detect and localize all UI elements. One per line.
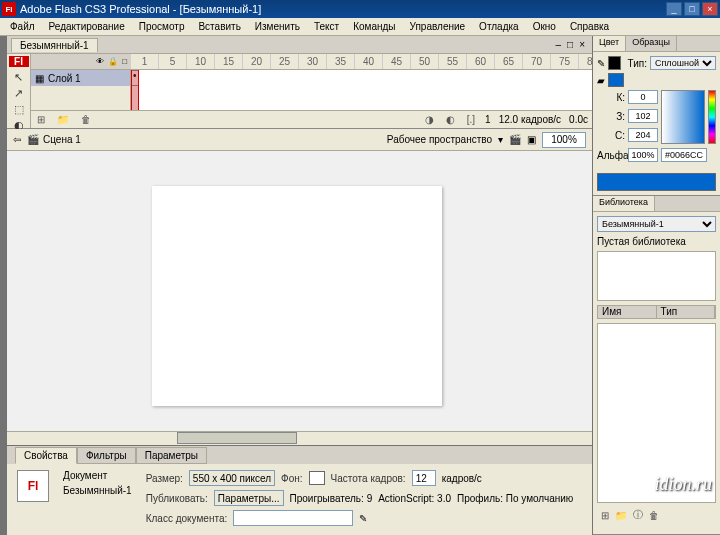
visibility-icon[interactable]: 👁	[96, 57, 104, 66]
maximize-button[interactable]: □	[684, 2, 700, 16]
stage-canvas[interactable]	[152, 186, 442, 406]
delete-layer-icon[interactable]: 🗑	[79, 114, 93, 125]
subselection-tool[interactable]: ↗	[9, 86, 29, 101]
tab-library[interactable]: Библиотека	[593, 196, 655, 211]
menu-text[interactable]: Текст	[308, 19, 345, 34]
frames-area[interactable]	[131, 70, 592, 110]
doc-close-icon[interactable]: ×	[576, 39, 588, 50]
app-icon: Fl	[2, 2, 16, 16]
fill-type-select[interactable]: Сплошной	[650, 56, 716, 70]
scene-name[interactable]: Сцена 1	[43, 134, 81, 145]
document-tab[interactable]: Безымянный-1	[11, 38, 98, 52]
document-tab-bar: Безымянный-1 – □ ×	[7, 36, 592, 54]
window-title: Adobe Flash CS3 Professional - [Безымянн…	[20, 3, 666, 15]
bucket-fill-icon[interactable]: ▰	[597, 75, 605, 86]
new-folder-icon[interactable]: 📁	[55, 114, 71, 125]
zoom-input[interactable]	[542, 132, 586, 148]
alpha-label: Альфа:	[597, 150, 625, 161]
frame-ruler[interactable]: 1 5 10 15 20 25 30 35 40 45 50 55	[131, 54, 592, 69]
size-button[interactable]: 550 x 400 пиксел	[189, 470, 275, 486]
fps-display: 12.0 кадров/с	[499, 114, 561, 125]
green-input[interactable]	[628, 109, 658, 123]
color-preview	[597, 173, 716, 191]
tab-parameters[interactable]: Параметры	[136, 447, 207, 464]
layer-icon: ▦	[35, 73, 44, 84]
bg-color-swatch[interactable]	[309, 471, 325, 485]
fill-type-label: Тип:	[624, 58, 647, 69]
tab-properties[interactable]: Свойства	[15, 447, 77, 464]
edit-frames-icon[interactable]: [.]	[465, 114, 477, 125]
pencil-stroke-icon[interactable]: ✎	[597, 58, 605, 69]
timeline-panel: Fl ↖ ↗ ⬚ ◐ ✒ T ╲ ▭ ✎ 🖌 ◍ △ ⟋ ◧ ✋ 🔍	[7, 54, 592, 129]
new-symbol-icon[interactable]: ⊞	[599, 510, 611, 521]
fill-swatch[interactable]	[608, 73, 624, 87]
horizontal-scrollbar[interactable]	[7, 431, 592, 445]
alpha-input[interactable]	[628, 148, 658, 162]
publish-settings-button[interactable]: Параметры...	[214, 490, 284, 506]
layer-name: Слой 1	[48, 73, 81, 84]
blue-label: С:	[597, 130, 625, 141]
menu-modify[interactable]: Изменить	[249, 19, 306, 34]
lib-col-type[interactable]: Тип	[657, 306, 716, 318]
menu-help[interactable]: Справка	[564, 19, 615, 34]
menu-bar: Файл Редактирование Просмотр Вставить Из…	[0, 18, 720, 36]
menu-insert[interactable]: Вставить	[192, 19, 246, 34]
player-label: Проигрыватель: 9	[290, 493, 373, 504]
new-lib-folder-icon[interactable]: 📁	[613, 510, 629, 521]
timeline-status-bar: ⊞ 📁 🗑 ◑ ◐ [.] 1 12.0 кадров/с 0.0с	[31, 110, 592, 128]
lock-icon[interactable]: 🔒	[108, 57, 118, 66]
doc-restore-icon[interactable]: □	[564, 39, 576, 50]
close-button[interactable]: ×	[702, 2, 718, 16]
blue-input[interactable]	[628, 128, 658, 142]
menu-file[interactable]: Файл	[4, 19, 41, 34]
menu-view[interactable]: Просмотр	[133, 19, 191, 34]
symbol-properties-icon[interactable]: ⓘ	[631, 508, 645, 522]
doc-class-input[interactable]	[233, 510, 353, 526]
hex-input[interactable]	[661, 148, 707, 162]
actionscript-label: ActionScript: 3.0	[378, 493, 451, 504]
menu-control[interactable]: Управление	[404, 19, 472, 34]
fps-input[interactable]	[412, 470, 436, 486]
doc-minimize-icon[interactable]: –	[553, 39, 565, 50]
watermark: idion.ru	[654, 474, 712, 495]
layer-column-header: 👁 🔒 □	[31, 54, 131, 69]
menu-edit[interactable]: Редактирование	[43, 19, 131, 34]
library-doc-select[interactable]: Безымянный-1	[597, 216, 716, 232]
tab-color[interactable]: Цвет	[593, 36, 626, 51]
onion-skin-icon[interactable]: ◑	[423, 114, 436, 125]
doc-class-label: Класс документа:	[146, 513, 228, 524]
menu-debug[interactable]: Отладка	[473, 19, 525, 34]
red-input[interactable]	[628, 90, 658, 104]
color-picker[interactable]	[661, 90, 705, 144]
back-icon[interactable]: ⇦	[13, 134, 21, 145]
edit-class-icon[interactable]: ✎	[359, 513, 367, 524]
stage-viewport[interactable]	[7, 151, 592, 431]
outline-icon[interactable]: □	[122, 57, 127, 66]
bg-label: Фон:	[281, 473, 302, 484]
minimize-button[interactable]: _	[666, 2, 682, 16]
doc-type-label: Документ	[63, 470, 107, 481]
lib-col-name[interactable]: Имя	[598, 306, 657, 318]
stroke-swatch[interactable]	[608, 56, 621, 70]
document-type-icon: Fl	[17, 470, 49, 502]
edit-scene-icon[interactable]: 🎬	[509, 134, 521, 145]
onion-outline-icon[interactable]: ◐	[444, 114, 457, 125]
new-layer-icon[interactable]: ⊞	[35, 114, 47, 125]
delete-symbol-icon[interactable]: 🗑	[647, 510, 661, 521]
selection-tool[interactable]: ↖	[9, 70, 29, 85]
scene-icon: 🎬	[27, 134, 39, 145]
playhead[interactable]	[131, 70, 139, 110]
edit-symbol-icon[interactable]: ▣	[527, 134, 536, 145]
current-frame: 1	[485, 114, 491, 125]
layer-row[interactable]: ▦ Слой 1	[31, 70, 130, 86]
left-gutter	[0, 36, 7, 535]
tab-swatches[interactable]: Образцы	[626, 36, 677, 51]
free-transform-tool[interactable]: ⬚	[9, 102, 29, 117]
menu-commands[interactable]: Команды	[347, 19, 401, 34]
hue-slider[interactable]	[708, 90, 716, 144]
workspace-dropdown-icon[interactable]: ▾	[498, 134, 503, 145]
green-label: З:	[597, 111, 625, 122]
tab-filters[interactable]: Фильтры	[77, 447, 136, 464]
tools-panel: Fl ↖ ↗ ⬚ ◐ ✒ T ╲ ▭ ✎ 🖌 ◍ △ ⟋ ◧ ✋ 🔍	[7, 54, 31, 128]
menu-window[interactable]: Окно	[527, 19, 562, 34]
